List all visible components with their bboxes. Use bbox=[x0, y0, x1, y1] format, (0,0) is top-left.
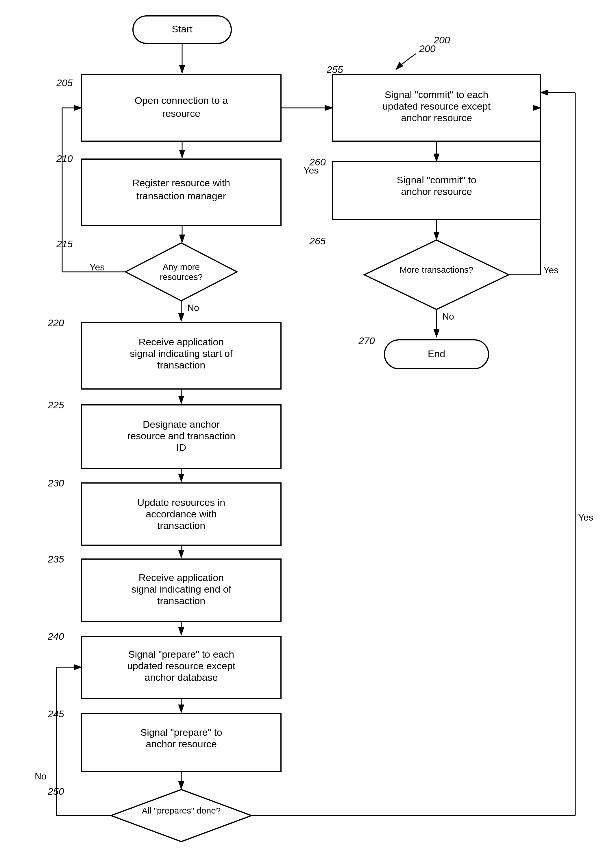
svg-text:transaction manager: transaction manager bbox=[137, 190, 226, 201]
ref-205: 205 bbox=[56, 77, 73, 88]
yes-label-right: Yes bbox=[544, 265, 558, 275]
svg-text:resource and transaction: resource and transaction bbox=[127, 430, 235, 441]
ref-240: 240 bbox=[47, 631, 64, 642]
svg-text:Signal "commit" to each: Signal "commit" to each bbox=[385, 89, 489, 100]
svg-text:Designate anchor: Designate anchor bbox=[143, 419, 220, 430]
ref-260: 260 bbox=[309, 156, 326, 167]
no-label-1: No bbox=[187, 302, 199, 313]
svg-text:resource: resource bbox=[162, 108, 200, 119]
start-label: Start bbox=[172, 24, 193, 35]
svg-text:Signal "prepare" to: Signal "prepare" to bbox=[140, 727, 222, 738]
yes-label-3: Yes bbox=[578, 512, 593, 523]
ref-265: 265 bbox=[309, 235, 326, 246]
svg-text:accordance with: accordance with bbox=[146, 509, 217, 520]
svg-text:More transactions?: More transactions? bbox=[399, 265, 473, 274]
no-label-3: No bbox=[442, 311, 454, 321]
ref-250: 250 bbox=[47, 786, 64, 797]
node-250 bbox=[111, 789, 251, 842]
ref-225: 225 bbox=[47, 399, 64, 410]
ref-255: 255 bbox=[326, 64, 343, 75]
ref-200: 200 bbox=[419, 43, 435, 54]
svg-text:Any more: Any more bbox=[163, 262, 200, 272]
svg-text:Update resources in: Update resources in bbox=[137, 497, 225, 508]
svg-text:All "prepares" done?: All "prepares" done? bbox=[141, 806, 220, 815]
end-label: End bbox=[428, 348, 445, 359]
svg-text:anchor database: anchor database bbox=[145, 672, 218, 683]
svg-text:Signal "prepare" to each: Signal "prepare" to each bbox=[128, 649, 234, 660]
ref-210: 210 bbox=[56, 153, 73, 164]
ref-245: 245 bbox=[47, 708, 64, 719]
no-label-2: No bbox=[35, 771, 47, 781]
ref-220: 220 bbox=[47, 317, 64, 328]
svg-text:signal indicating end of: signal indicating end of bbox=[131, 584, 231, 595]
svg-text:Receive application: Receive application bbox=[139, 336, 224, 347]
svg-text:transaction: transaction bbox=[157, 359, 205, 370]
svg-text:ID: ID bbox=[176, 442, 186, 453]
svg-text:Signal "commit" to: Signal "commit" to bbox=[397, 175, 476, 185]
ref-235: 235 bbox=[47, 554, 64, 565]
ref-215: 215 bbox=[56, 238, 73, 249]
svg-text:transaction: transaction bbox=[157, 595, 205, 606]
svg-text:anchor resource: anchor resource bbox=[146, 739, 217, 750]
svg-text:updated resource except: updated resource except bbox=[127, 660, 236, 671]
svg-text:Register resource with: Register resource with bbox=[132, 177, 230, 188]
svg-text:updated resource except: updated resource except bbox=[382, 101, 491, 112]
diagram-ref: 200 bbox=[433, 35, 450, 46]
node-265 bbox=[364, 240, 509, 309]
svg-text:signal indicating start of: signal indicating start of bbox=[130, 348, 233, 359]
svg-text:anchor resource: anchor resource bbox=[401, 112, 472, 123]
svg-text:Open connection to a: Open connection to a bbox=[134, 95, 228, 106]
svg-text:resources?: resources? bbox=[160, 272, 203, 282]
svg-text:anchor resource: anchor resource bbox=[401, 186, 472, 197]
flowchart: 200 Start 205 Open connection to a resou… bbox=[0, 0, 616, 863]
ref-270: 270 bbox=[358, 335, 375, 346]
svg-text:transaction: transaction bbox=[157, 520, 205, 531]
svg-text:Receive application: Receive application bbox=[139, 572, 224, 583]
ref-230: 230 bbox=[47, 477, 64, 488]
yes-label-1: Yes bbox=[90, 262, 105, 272]
